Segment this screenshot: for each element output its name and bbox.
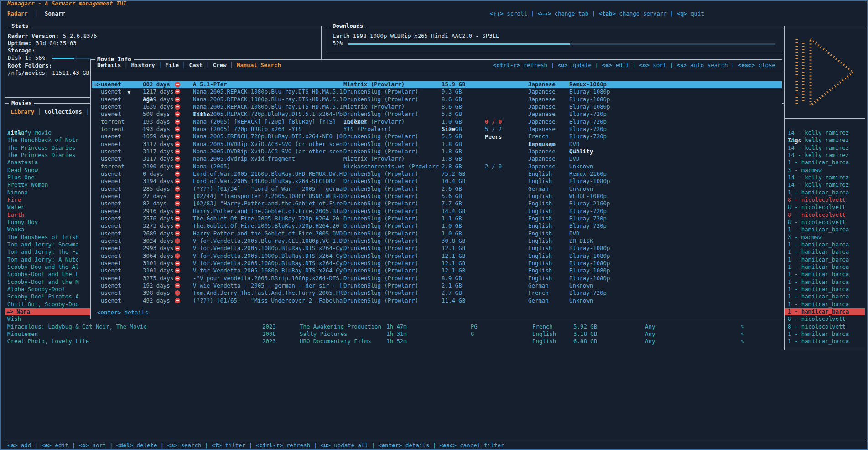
result-title: Lord.of.War.2005.2160p.BluRay.UHD.REMUX.… <box>193 170 343 178</box>
movie-year: 2008 <box>262 330 276 338</box>
movie-studio: HBO Documentary Films <box>300 338 371 345</box>
result-title: nana.2005.dvdrip.xvid.fragment <box>193 155 295 162</box>
search-result-row[interactable]: usenet27 days[02/44] "Transporter 2.2005… <box>91 193 782 200</box>
result-size: 2.1 GB <box>442 282 462 289</box>
result-age: 3064 days <box>143 252 173 260</box>
search-result-row[interactable]: usenet3273 daysThe.Goblet.Of.Fire.2005.B… <box>91 222 782 230</box>
search-result-row[interactable]: usenet3275 days-"V pour vendetta.2005.BR… <box>91 275 782 283</box>
result-language: English <box>528 237 552 245</box>
rejection-icon <box>175 223 180 229</box>
result-size: 9.3 GB <box>442 88 462 95</box>
search-result-row[interactable]: usenet508 daysNana.2005.REPACK.720p.BluR… <box>91 110 782 118</box>
result-language: Japanese <box>528 88 556 95</box>
search-result-row[interactable]: usenet2993 daysV.for.Vendetta.2005.1080p… <box>91 245 782 252</box>
result-language: Japanese <box>528 163 556 170</box>
search-result-row[interactable]: usenet3064 daysV.for.Vendetta.2005.1080p… <box>91 252 782 260</box>
search-result-row[interactable]: usenet1217 daysNana.2005.REPACK.1080p.Bl… <box>91 88 782 96</box>
hint-label: add <box>17 442 31 449</box>
movie-title: The Hunchback of Notr <box>7 136 79 144</box>
managarr-screen: Managarr - A Servarr management TUI Rada… <box>0 0 868 450</box>
movie-row[interactable]: Minutemen2008Salty Pictures1h 31mGEnglis… <box>1 330 867 338</box>
hint-label: details <box>121 309 148 316</box>
movie-language: French <box>532 323 553 330</box>
search-result-row[interactable]: usenet3024 daysV.for.Vendetta.2005.Blu-r… <box>91 237 782 245</box>
result-age: 193 days <box>143 118 170 126</box>
result-size: 11.4 GB <box>442 297 465 304</box>
result-title: Nana.2005.REPACK.720p.BluRay.DTS.5.1.x26… <box>193 110 343 118</box>
hint-separator: | <box>157 442 167 449</box>
search-result-row[interactable]: usenet1639 daysNana.2005.REPACK.1080p.Bl… <box>91 96 782 104</box>
search-result-row[interactable]: usenet2576 daysThe.Goblet.Of.Fire.2005.B… <box>91 215 782 223</box>
result-quality: Remux-1080p <box>569 81 607 88</box>
result-size: 5.3 GB <box>442 110 462 118</box>
search-result-row[interactable]: =>usenet802 daysA 5.1-PTerMiatrix (Prowl… <box>91 81 782 89</box>
result-indexer: DrunkenSlug (Prowlarr) <box>343 208 418 215</box>
result-source: usenet <box>101 215 121 222</box>
search-result-row[interactable]: usenet3117 daysNana.2005.DVDRip.XviD.AC3… <box>91 148 782 156</box>
result-source: usenet <box>101 237 121 245</box>
rejection-icon <box>175 283 180 288</box>
search-result-row[interactable]: torrent193 daysNana (2005) 720p BRRip x2… <box>91 126 782 133</box>
result-indexer: DrunkenSlug (Prowlarr) <box>343 222 418 230</box>
movie-title: Plus One <box>7 174 35 181</box>
result-size: 1.8 GB <box>442 155 462 162</box>
hint-separator: | <box>310 442 320 449</box>
result-quality: WEBDL-1080p <box>569 193 607 200</box>
result-quality: Bluray-720p <box>569 133 607 140</box>
result-source: usenet <box>101 245 121 252</box>
result-age: 3024 days <box>143 237 173 245</box>
result-size: 12.1 GB <box>442 267 465 274</box>
search-result-row[interactable]: usenet192 daysV wie Vendetta - 2005 - ge… <box>91 282 782 290</box>
result-source: torrent <box>101 163 125 170</box>
movie-row[interactable]: Great Photo, Lovely Life2023HBO Document… <box>1 338 867 345</box>
search-result-row[interactable]: usenet3117 daysnana.2005.dvdrip.xvid.fra… <box>91 155 782 163</box>
result-age: 1059 days <box>143 133 173 140</box>
pen-icon: ✎ <box>741 323 744 330</box>
search-result-row[interactable]: usenet3117 daysNana.2005.DVDRip.XviD.AC3… <box>91 141 782 148</box>
search-result-row[interactable]: usenet3101 daysV.for.Vendetta.2005.1080p… <box>91 267 782 275</box>
result-peers: 5 / 2 <box>485 126 502 133</box>
search-result-row[interactable]: torrent193 daysNana (2005) [REPACK] [720… <box>91 118 782 126</box>
movie-availability: Any <box>645 323 655 330</box>
movie-title: Funny Boy <box>7 219 38 226</box>
result-indexer: DrunkenSlug (Prowlarr) <box>343 275 418 282</box>
result-age: 2190 days <box>143 163 173 170</box>
search-result-row[interactable]: usenet1639 daysNana.2005.REPACK.1080p.Bl… <box>91 103 782 111</box>
result-language: Japanese <box>528 155 556 162</box>
search-result-row[interactable]: usenet82 days[02/83] "Harry.Potter.and.t… <box>91 200 782 208</box>
rejection-icon <box>175 82 180 87</box>
result-source: usenet <box>101 88 121 95</box>
result-size: 10.4 GB <box>442 178 465 185</box>
result-language: Japanese <box>528 148 556 155</box>
result-age: 3194 days <box>143 178 173 185</box>
search-result-row[interactable]: usenet2689 daysHarry.Potter.and.the.Gobl… <box>91 230 782 238</box>
hint-key: <e> <box>42 442 52 449</box>
result-title: V.for.Vendetta.2005.1080p.BluRay.DTS.x26… <box>193 267 343 274</box>
search-result-row[interactable]: usenet2916 daysHarry.Potter.and.the.Gobl… <box>91 208 782 215</box>
hint-separator: | <box>368 442 378 449</box>
result-indexer: YTS (Prowlarr) <box>343 126 391 133</box>
result-language: English <box>528 178 552 185</box>
result-quality: Unknown <box>569 163 593 170</box>
rejection-icon <box>175 89 180 94</box>
search-result-row[interactable]: usenet492 days(????) [01/65] - "Miss Und… <box>91 297 782 305</box>
search-result-row[interactable]: torrent2190 daysNana (2005)kickasstorren… <box>91 163 782 171</box>
movie-studio: Salty Pictures <box>300 330 347 338</box>
search-result-row[interactable]: usenet3101 daysV.for.Vendetta.2005.1080p… <box>91 260 782 267</box>
hint-label: search <box>177 442 201 449</box>
hint-separator: | <box>31 442 41 449</box>
result-quality: Bluray-1080p <box>569 178 610 185</box>
search-result-row[interactable]: usenet3194 daysLord.of.War.2005.1080p.Bl… <box>91 178 782 185</box>
search-result-row[interactable]: usenet1059 daysNana.2005.FRENCH.720p.Blu… <box>91 133 782 141</box>
managarr-logo-icon <box>790 35 859 110</box>
result-title: Nana.2005.REPACK.1080p.Blu-ray.DTS-HD.MA… <box>193 96 343 103</box>
movie-title: Water <box>7 204 24 211</box>
result-language: German <box>528 297 549 304</box>
search-result-row[interactable]: usenet285 days(????) [01/34] - "Lord of … <box>91 185 782 193</box>
result-source: usenet <box>101 170 121 178</box>
search-result-row[interactable]: usenet398 daysTom.And.Jerry.The.Fast.And… <box>91 289 782 297</box>
search-result-row[interactable]: usenet0 daysLord.of.War.2005.2160p.BluRa… <box>91 170 782 178</box>
movie-title: Dead Snow <box>7 167 38 174</box>
movie-row[interactable]: Miraculous: Ladybug & Cat Noir, The Movi… <box>1 323 867 331</box>
result-size: 1.0 GB <box>442 126 462 133</box>
